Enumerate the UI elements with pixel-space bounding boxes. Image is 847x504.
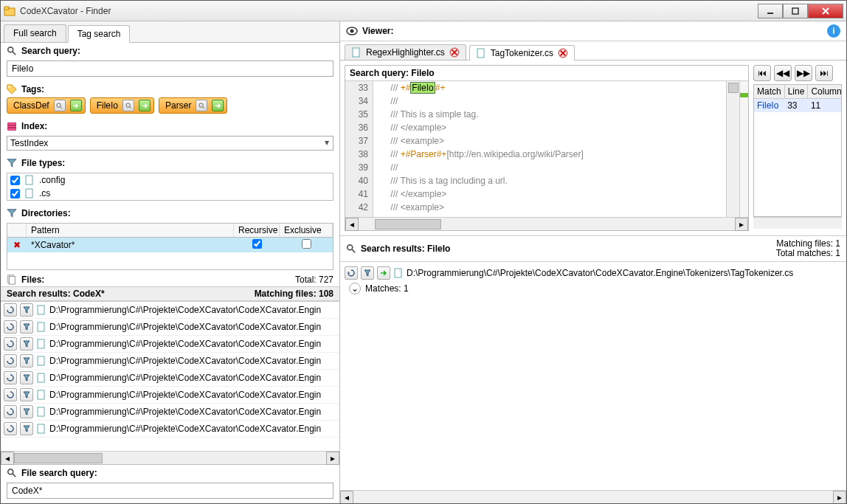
directory-row[interactable]: ✖ *XCavator* [7,238,333,252]
sync-button[interactable] [345,266,358,280]
viewer-tab[interactable]: RegexHighlighter.cs [345,44,466,60]
svg-point-33 [350,30,354,33]
file-row[interactable]: D:\Programmierung\C#\Projekte\CodeXCavat… [1,404,339,421]
tag-search-mini-icon[interactable] [122,100,134,111]
filetype-checkbox[interactable] [10,176,20,185]
filter-button[interactable] [20,354,33,367]
result-file-path[interactable]: D:\Programmierung\C#\Projekte\CodeXCavat… [407,268,793,278]
filter-button[interactable] [20,320,33,334]
minimize-button[interactable] [758,4,783,18]
sync-button[interactable] [4,371,17,384]
filter-button[interactable] [20,303,33,317]
nav-prev-button[interactable]: ◀◀ [774,65,792,81]
dir-recursive-checkbox[interactable] [252,239,262,249]
tag-label: Parser [165,100,191,111]
sync-button[interactable] [4,354,17,367]
tag-goto-mini-icon[interactable] [139,100,151,111]
file-row[interactable]: D:\Programmierung\C#\Projekte\CodeXCavat… [1,353,339,370]
sync-button[interactable] [4,303,17,317]
svg-rect-18 [26,176,32,184]
svg-rect-34 [353,48,359,57]
file-icon [36,339,46,349]
goto-button[interactable] [377,266,390,280]
tag-button-classdef[interactable]: ClassDef [7,97,86,114]
svg-rect-27 [38,390,44,399]
filter-button[interactable] [361,266,374,280]
col-match[interactable]: Match [754,85,784,99]
info-icon[interactable]: i [827,24,840,38]
file-list-hscroll[interactable]: ◂▸ [1,451,339,464]
tab-tag-search[interactable]: Tag search [68,25,131,43]
file-row[interactable]: D:\Programmierung\C#\Projekte\CodeXCavat… [1,319,339,336]
expand-button[interactable]: ⌄ [349,283,361,294]
viewer-tab[interactable]: TagTokenizer.cs [469,45,575,61]
filter-button[interactable] [20,337,33,351]
filter-button[interactable] [20,405,33,418]
filter-button[interactable] [20,388,33,401]
col-line[interactable]: Line [784,85,808,99]
col-pattern: Pattern [27,224,234,237]
search-query-input[interactable] [7,61,333,77]
file-row[interactable]: D:\Programmierung\C#\Projekte\CodeXCavat… [1,336,339,353]
svg-rect-29 [38,424,44,433]
filetype-row[interactable]: .cs [7,187,333,200]
filetype-ext: .cs [39,188,50,199]
files-label: Files: [21,275,44,285]
sync-button[interactable] [4,422,17,435]
tag-goto-mini-icon[interactable] [70,100,82,111]
file-path: D:\Programmierung\C#\Projekte\CodeXCavat… [49,305,321,315]
close-tab-icon[interactable] [558,48,568,58]
nav-last-button[interactable]: ⏭ [815,65,833,81]
sync-button[interactable] [4,388,17,401]
tag-button-fileio[interactable]: FileIo [90,97,154,114]
tag-goto-mini-icon[interactable] [212,100,224,111]
file-row[interactable]: D:\Programmierung\C#\Projekte\CodeXCavat… [1,387,339,404]
tag-button-parser[interactable]: Parser [159,97,227,114]
sync-button[interactable] [4,405,17,418]
search-icon [7,46,17,56]
file-row[interactable]: D:\Programmierung\C#\Projekte\CodeXCavat… [1,370,339,387]
search-icon [7,468,17,478]
remove-icon[interactable]: ✖ [12,240,22,250]
file-icon [476,48,486,58]
tag-search-mini-icon[interactable] [196,100,207,111]
tags-label: Tags: [21,84,44,94]
filter-button[interactable] [20,422,33,435]
close-button[interactable] [808,4,843,18]
nav-first-button[interactable]: ⏮ [753,65,771,81]
code-vscroll[interactable] [726,81,739,217]
file-search-query-input[interactable] [7,483,333,499]
dir-exclusive-checkbox[interactable] [302,239,311,249]
files-total: Total: 727 [295,275,333,285]
file-icon [36,407,46,417]
tag-search-mini-icon[interactable] [54,100,66,111]
sync-button[interactable] [4,320,17,334]
tab-full-search[interactable]: Full search [4,24,66,42]
svg-rect-1 [4,7,9,10]
filetype-ext: .config [39,175,65,185]
viewer-tab-label: RegexHighlighter.cs [366,47,445,58]
file-row[interactable]: D:\Programmierung\C#\Projekte\CodeXCavat… [1,302,339,319]
maximize-button[interactable] [783,4,808,18]
filetype-row[interactable]: .config [7,173,333,187]
svg-rect-26 [38,373,44,382]
files-matching-label: Matching files: 108 [255,289,333,299]
sync-button[interactable] [4,337,17,351]
filter-button[interactable] [20,371,33,384]
viewer-tab-label: TagTokenizer.cs [491,48,553,58]
col-column[interactable]: Column [808,85,842,99]
match-table-hscroll[interactable] [753,217,842,229]
file-row[interactable]: D:\Programmierung\C#\Projekte\CodeXCavat… [1,421,339,438]
file-icon [36,373,46,383]
file-icon [393,268,404,278]
match-row[interactable]: FileIo3311 [754,99,842,113]
results-hscroll[interactable]: ◂▸ [340,490,846,503]
close-tab-icon[interactable] [449,47,460,58]
nav-next-button[interactable]: ▶▶ [795,65,812,81]
index-select[interactable]: TestIndex [7,136,333,151]
code-hscroll[interactable]: ◂▸ [345,217,748,230]
svg-rect-25 [38,356,44,365]
file-icon [36,390,46,400]
filetype-checkbox[interactable] [10,189,20,199]
marker-strip[interactable] [739,81,748,217]
